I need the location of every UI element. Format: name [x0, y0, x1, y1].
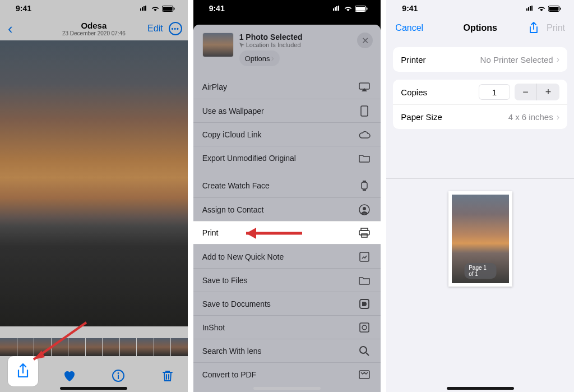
nav-bar: Cancel Options Print: [386, 17, 574, 39]
printer-label: Printer: [401, 55, 425, 64]
printer-icon: [357, 228, 372, 238]
folder-icon: [357, 276, 372, 285]
action-save-documents[interactable]: Save to Documents: [193, 292, 381, 315]
action-inshot[interactable]: InShot: [193, 315, 381, 339]
svg-rect-12: [363, 181, 366, 182]
action-quick-note[interactable]: Add to New Quick Note: [193, 245, 381, 268]
paper-size-value: 4 x 6 inches: [508, 112, 553, 122]
svg-rect-2: [174, 7, 175, 10]
svg-rect-1: [163, 7, 172, 11]
cloud-link-icon: [357, 131, 372, 139]
paper-size-row[interactable]: Paper Size 4 x 6 inches›: [393, 104, 567, 129]
more-options-button[interactable]: •••: [169, 22, 182, 35]
info-button[interactable]: [110, 368, 126, 384]
action-icloud-link[interactable]: Copy iCloud Link: [193, 122, 381, 146]
printer-value: No Printer Selected: [480, 55, 553, 64]
chevron-right-icon: ›: [557, 54, 559, 64]
nav-bar: ‹ Odesa 23 December 2020 07:46 Edit •••: [0, 17, 188, 40]
copies-label: Copies: [401, 87, 427, 97]
quick-note-icon: [357, 252, 372, 262]
close-button[interactable]: ✕: [357, 33, 373, 48]
thumbnail[interactable]: [103, 338, 119, 356]
svg-rect-18: [362, 234, 367, 237]
share-sheet-header: 1 Photo Selected Location Is Included Op…: [193, 25, 381, 72]
selected-photo-thumb: [202, 33, 234, 57]
page-preview[interactable]: Page 1 of 1: [448, 191, 512, 287]
home-indicator[interactable]: [447, 387, 514, 390]
thumbnail[interactable]: [137, 338, 154, 356]
svg-point-15: [363, 207, 366, 210]
back-button[interactable]: ‹: [6, 20, 15, 38]
cancel-button[interactable]: Cancel: [395, 23, 423, 33]
contact-icon: [357, 204, 372, 215]
svg-rect-13: [363, 190, 366, 191]
thumbnail[interactable]: [120, 338, 137, 356]
share-sheet: 1 Photo Selected Location Is Included Op…: [193, 25, 381, 392]
action-convert-pdf[interactable]: Convert to PDF: [193, 362, 381, 386]
svg-rect-10: [361, 106, 368, 116]
status-bar: 9:41: [0, 0, 188, 17]
print-preview: Page 1 of 1: [386, 178, 574, 392]
photo-preview[interactable]: [0, 40, 188, 326]
favorite-button[interactable]: [62, 368, 77, 384]
home-indicator[interactable]: [60, 387, 127, 390]
trash-button[interactable]: [160, 368, 175, 384]
svg-rect-27: [560, 7, 561, 10]
watch-icon: [357, 180, 372, 191]
status-bar: 9:41: [386, 0, 574, 17]
documents-icon: [357, 299, 372, 309]
options-title: Options: [463, 23, 497, 33]
airplay-icon: [357, 82, 372, 91]
svg-rect-21: [360, 323, 369, 332]
svg-point-4: [118, 372, 119, 374]
edit-button[interactable]: Edit: [147, 24, 163, 34]
annotation-arrow: [236, 225, 303, 241]
status-icons: [140, 6, 175, 12]
status-bar: 9:41: [193, 0, 381, 17]
photos-detail-screen: 9:41 ‹ Odesa 23 December 2020 07:46 Edit…: [0, 0, 188, 392]
action-assign-contact[interactable]: Assign to Contact: [193, 197, 381, 221]
page-indicator: Page 1 of 1: [464, 263, 496, 279]
svg-rect-11: [362, 182, 367, 189]
settings-group: Copies 1 − + Paper Size 4 x 6 inches›: [393, 80, 567, 129]
thumbnail[interactable]: [171, 338, 188, 356]
stepper-increment[interactable]: +: [537, 84, 559, 100]
svg-point-23: [360, 347, 367, 353]
svg-rect-17: [359, 230, 369, 235]
svg-rect-5: [118, 375, 119, 379]
copies-row: Copies 1 − +: [393, 80, 567, 104]
search-icon: [357, 346, 372, 356]
printer-group: Printer No Printer Selected›: [393, 47, 567, 72]
home-indicator[interactable]: [253, 387, 321, 390]
action-watch-face[interactable]: Create Watch Face: [193, 174, 381, 197]
folder-icon: [357, 154, 372, 163]
stepper-decrement[interactable]: −: [515, 84, 537, 100]
copies-field[interactable]: 1: [479, 84, 510, 100]
action-export-original[interactable]: Export Unmodified Original: [193, 146, 381, 169]
svg-point-22: [362, 325, 367, 330]
chevron-right-icon: ›: [557, 112, 559, 122]
action-airplay[interactable]: AirPlay: [193, 75, 381, 99]
status-icons: [332, 6, 368, 12]
copies-stepper: − +: [515, 84, 559, 100]
inshot-icon: [357, 322, 372, 333]
sunset-image: [0, 40, 188, 326]
share-options-button[interactable]: Options ›: [239, 50, 280, 66]
svg-rect-26: [549, 7, 559, 11]
printer-row[interactable]: Printer No Printer Selected›: [393, 47, 567, 72]
thumbnail[interactable]: [154, 338, 171, 356]
print-button-disabled: Print: [547, 23, 565, 33]
svg-rect-7: [356, 7, 365, 11]
paper-size-label: Paper Size: [401, 112, 442, 122]
share-button[interactable]: [529, 22, 539, 34]
status-time: 9:41: [209, 4, 225, 13]
action-search-lens[interactable]: Search With lens: [193, 339, 381, 362]
action-save-files[interactable]: Save to Files: [193, 268, 381, 292]
phone-icon: [357, 105, 372, 117]
thumbnail[interactable]: [86, 338, 103, 356]
status-time: 9:41: [402, 4, 418, 13]
status-time: 9:41: [16, 4, 31, 13]
action-wallpaper[interactable]: Use as Wallpaper: [193, 99, 381, 122]
thumbnail[interactable]: [0, 338, 17, 356]
svg-rect-8: [367, 7, 368, 10]
